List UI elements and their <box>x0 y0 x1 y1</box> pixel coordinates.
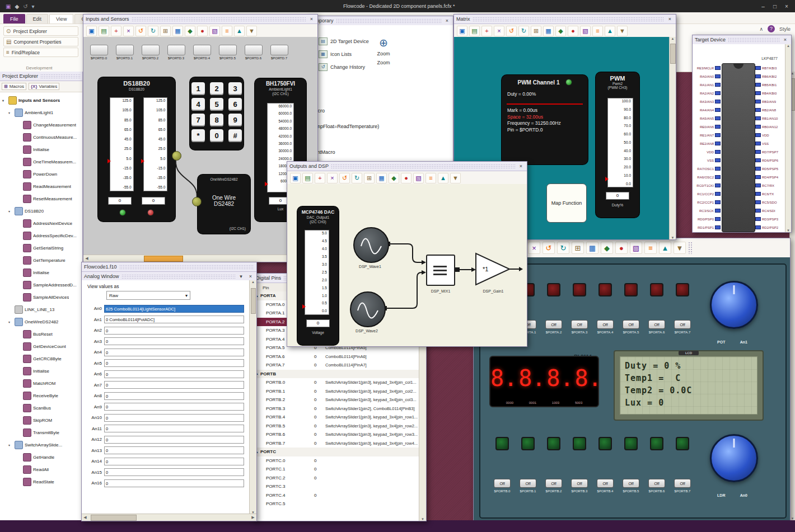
expander-icon[interactable]: ▾ <box>8 111 13 115</box>
scroll-thumb[interactable] <box>251 288 256 314</box>
pin-row[interactable]: PORTA.7 0 ComboBL0114[PinA7] <box>254 361 419 370</box>
tree-item[interactable]: GetTemperature <box>0 254 82 266</box>
move-down-icon[interactable]: ▼ <box>450 173 461 183</box>
switch-button[interactable]: Off <box>648 320 665 329</box>
chip-pin[interactable]: RD4/PSP4 <box>755 175 784 180</box>
chip-pin[interactable]: RA5/AN5 <box>694 116 721 121</box>
menu-icon[interactable]: ≡ <box>592 26 603 36</box>
chip-pin[interactable]: RA4/AN4 <box>694 107 721 112</box>
chip-canvas[interactable]: LKP4877 RE3/MCLR RA0/AN0 RA1/AN1 <box>693 44 785 232</box>
components-icon[interactable]: ▦ <box>376 173 387 183</box>
pin-row[interactable]: PORTA.6 0 ComboBL0114[PinA6] <box>254 352 419 361</box>
restore-icon[interactable]: □ <box>770 3 780 10</box>
slider-value[interactable]: 0 <box>142 197 165 205</box>
chip-pin[interactable]: RA0/AN0 <box>694 74 721 79</box>
chip-pin[interactable]: RD2/PSP2 <box>755 225 784 230</box>
menu-icon[interactable]: ≡ <box>222 26 232 36</box>
scroll-thumb[interactable] <box>144 256 183 262</box>
chip-pin[interactable]: VDD <box>755 133 784 138</box>
chip-pin[interactable]: RD3/PSP3 <box>755 216 784 222</box>
collapse-ribbon-icon[interactable]: ∧ <box>759 26 763 32</box>
channel-value-field[interactable]: 0 <box>104 436 244 444</box>
dsp-mixer-component[interactable] <box>426 255 455 286</box>
record-icon[interactable]: ● <box>197 26 208 36</box>
grid-icon[interactable]: ⊞ <box>572 242 584 254</box>
keypad-key[interactable]: 7 <box>191 114 205 126</box>
pin-row[interactable]: PORTB.1 0 SwitchArraySlider1[pin3], keyp… <box>254 387 419 396</box>
chip-pin[interactable]: RD7/PSP7 <box>755 149 784 154</box>
chip-pin[interactable]: RD5/PSP5 <box>755 166 784 171</box>
channel-value-field[interactable]: 625 ComboBL0114[LightSensorADC] <box>104 305 244 313</box>
port-switch[interactable]: $PORTD.4 <box>193 45 211 60</box>
scroll-up-icon[interactable]: ▲ <box>671 37 675 40</box>
tree-item[interactable]: ▾ AmbientLight1 <box>0 106 82 119</box>
expander-icon[interactable]: ▾ <box>8 209 13 213</box>
record-icon[interactable]: ● <box>615 242 628 254</box>
scroll-up-icon[interactable]: ▲ <box>251 280 255 284</box>
tree-item[interactable]: Initialise <box>0 365 82 377</box>
switch-button[interactable]: Off <box>494 479 511 488</box>
board-switch[interactable]: Off $PORTB.6 <box>648 479 665 493</box>
fill-icon[interactable]: ▧ <box>630 242 642 254</box>
tree-item[interactable]: TransmitByte <box>0 426 82 439</box>
expander-icon[interactable]: ▾ <box>2 98 7 102</box>
delete-icon[interactable]: × <box>494 26 504 36</box>
chip-pin[interactable]: RB2/AN8 <box>755 107 784 112</box>
find-replace-button[interactable]: ≡ Find/Replace <box>3 48 78 57</box>
map-function-component[interactable]: Map Function <box>546 183 587 223</box>
pin-row[interactable]: PORTC.3 <box>254 482 419 491</box>
scroll-down-icon[interactable]: ▼ <box>671 236 675 239</box>
tree-item[interactable]: SkipROM <box>0 414 82 426</box>
tree-item[interactable]: ReadAll <box>0 463 82 475</box>
panel-titlebar[interactable]: Project Explorer <box>0 72 82 81</box>
port-switch[interactable]: $PORTD.5 <box>219 45 236 60</box>
anchor-icon[interactable]: ◆ <box>185 26 195 36</box>
slider-value[interactable]: 0 <box>306 319 330 327</box>
chip-pin[interactable]: RA6/OSC2 <box>694 175 721 180</box>
keypad-key[interactable]: 8 <box>210 114 223 126</box>
chip-pin[interactable]: RB3/AN9 <box>755 99 784 104</box>
grid-icon[interactable]: ⊞ <box>364 173 375 183</box>
panel-canvas[interactable]: MCP4746 DAC DAC_Output1 (I2C CH3) 5.04.5… <box>287 184 527 346</box>
keypad-key[interactable]: 0 <box>210 129 223 142</box>
horizontal-scrollbar[interactable]: ◀ ▶ <box>83 255 317 262</box>
port-switch[interactable]: $PORTD.1 <box>116 45 133 60</box>
onewire-bus-pad[interactable] <box>192 197 202 206</box>
chip-pin[interactable]: VDD <box>694 149 721 154</box>
move-up-icon[interactable]: ▲ <box>659 242 671 254</box>
move-up-icon[interactable]: ▲ <box>234 26 245 36</box>
chip-pin[interactable]: RA2/AN2 <box>694 91 721 96</box>
move-down-icon[interactable]: ▼ <box>674 242 686 254</box>
fill-icon[interactable]: ▧ <box>580 26 591 36</box>
window-titlebar[interactable]: Matrix × <box>454 15 676 24</box>
anchor-icon[interactable]: ◆ <box>389 173 399 183</box>
slider-marker[interactable] <box>605 177 609 181</box>
channel-value-field[interactable]: 0 <box>104 479 244 487</box>
chip-pin[interactable]: RA1/AN1 <box>694 82 721 87</box>
switch-button[interactable] <box>90 45 108 55</box>
view-option[interactable]: ↺ Change History <box>319 63 369 71</box>
scroll-track[interactable] <box>90 255 311 262</box>
move-down-icon[interactable]: ▼ <box>617 26 628 36</box>
expander-icon[interactable]: ▾ <box>8 443 13 447</box>
panel-canvas[interactable]: $PORTD.0 $PORTD.1 $PORTD.2 $PORT <box>83 37 317 255</box>
variables-button[interactable]: {X} Variables <box>29 83 59 90</box>
chip-pin[interactable]: RE3/MCLR <box>694 65 721 70</box>
port-switch[interactable]: $PORTD.7 <box>270 45 288 60</box>
dac-component[interactable]: MCP4746 DAC DAC_Output1 (I2C CH3) 5.04.5… <box>297 206 339 345</box>
scroll-down-icon[interactable]: ▼ <box>787 229 790 232</box>
port-switch[interactable]: $PORTD.6 <box>245 45 262 60</box>
grid-icon[interactable]: ⊞ <box>531 26 541 36</box>
switch-button[interactable] <box>245 45 263 55</box>
onewire-bus-pad[interactable] <box>172 151 181 161</box>
redo-icon[interactable]: ↻ <box>352 173 362 183</box>
delete-icon[interactable]: × <box>528 242 540 254</box>
board-switch[interactable]: Off $PORTB.3 <box>571 479 588 493</box>
window-titlebar[interactable]: Temporary × <box>307 16 453 26</box>
board-switch[interactable]: Off $PORTA.6 <box>648 320 665 334</box>
pin-row[interactable]: PORTB.2 0 SwitchArraySlider1[pin3], keyp… <box>254 396 419 404</box>
keypad-key[interactable]: 2 <box>210 82 223 95</box>
scroll-thumb[interactable] <box>91 515 137 521</box>
tree-item[interactable]: GetCRC8Byte <box>0 352 82 365</box>
switch-button[interactable]: Off <box>674 320 691 329</box>
